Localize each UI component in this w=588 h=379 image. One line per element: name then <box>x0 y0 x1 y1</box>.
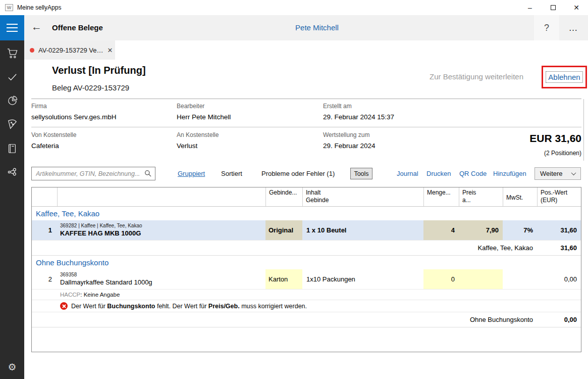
mwst-cell <box>503 269 537 289</box>
field-value: Cafeteria <box>31 142 76 150</box>
gear-icon: ⚙ <box>8 361 16 373</box>
print-link[interactable]: Drucken <box>426 170 451 177</box>
field-label: Firma <box>31 103 117 110</box>
column-preis[interactable]: Preis a... <box>459 187 503 206</box>
sidebar-item-catalog[interactable] <box>0 136 24 160</box>
hamburger-icon <box>7 24 18 25</box>
document-total: EUR 31,60 <box>529 132 581 145</box>
preis-cell[interactable]: 7,90 <box>459 220 503 240</box>
problems-filter[interactable]: Probleme oder Fehler (1) <box>261 170 335 177</box>
book-icon <box>7 143 18 154</box>
inhalt-cell: 1x10 Packungen <box>302 269 423 289</box>
field-label: Erstellt am <box>323 103 394 110</box>
positions-table: Gebinde... Inhalt Gebinde Menge... Preis… <box>31 187 581 352</box>
journal-link[interactable]: Journal <box>397 170 418 177</box>
error-icon <box>60 302 68 310</box>
table-row[interactable]: 2 369358 Dallmayrkaffee Standard 1000g K… <box>32 269 581 290</box>
haccp-row: HACCP: Keine Angabe <box>32 290 581 300</box>
article-meta: 369358 <box>60 272 265 277</box>
divider <box>31 127 581 127</box>
search-icon <box>144 170 152 177</box>
reject-button[interactable]: Ablehnen <box>546 71 582 83</box>
field-value: sellysolutions Serv.ges.mbH <box>31 113 117 121</box>
table-header-row: Gebinde... Inhalt Gebinde Menge... Preis… <box>32 187 581 207</box>
group-subtotal-row: Kaffee, Tee, Kakao 31,60 <box>32 241 581 256</box>
row-number: 1 <box>32 220 57 240</box>
subtotal-label: Kaffee, Tee, Kakao <box>32 241 537 255</box>
column-menge[interactable]: Menge... <box>423 187 459 206</box>
field-value: Verlust <box>177 142 219 150</box>
pie-chart-icon <box>7 95 18 107</box>
menge-cell[interactable]: 0 <box>423 269 459 289</box>
gebinde-cell[interactable]: Original <box>265 220 302 240</box>
grouped-toggle[interactable]: Gruppiert <box>178 170 205 177</box>
field-bearbeiter: Bearbeiter Herr Pete Mitchell <box>177 103 231 121</box>
subtotal-value: 31,60 <box>537 241 581 255</box>
forward-for-confirmation-button[interactable]: Zur Bestätigung weiterleiten <box>430 72 523 81</box>
inhalt-cell: 1 x 10 Beutel <box>302 220 423 240</box>
app-header: ← Offene Belege Pete Mitchell ? … <box>0 15 588 40</box>
column-inhalt-gebinde[interactable]: Inhalt Gebinde <box>302 187 423 206</box>
subtotal-label: Ohne Buchungskonto <box>32 312 537 327</box>
search-input[interactable] <box>32 167 155 180</box>
field-an-kostenstelle: An Kostenstelle Verlust <box>177 131 219 150</box>
field-value: 29. Februar 2024 15:37 <box>323 113 394 121</box>
gebinde-cell[interactable]: Karton <box>265 269 302 289</box>
cart-icon <box>7 48 18 59</box>
sidebar-item-network[interactable] <box>0 160 24 184</box>
annotation-highlight-box: Ablehnen <box>542 66 587 88</box>
checkmark-icon <box>7 71 18 83</box>
sidebar-item-reports[interactable] <box>0 89 24 113</box>
article-meta: 369282 | Kaffee | Kaffee, Tee, Kakao <box>60 223 265 228</box>
current-user-link[interactable]: Pete Mitchell <box>295 23 339 32</box>
divider <box>583 99 584 161</box>
article-name: Dallmayrkaffee Standard 1000g <box>60 278 265 286</box>
field-von-kostenstelle: Von Kostenstelle Cafeteria <box>31 131 76 150</box>
positions-count: (2 Positionen) <box>544 150 581 157</box>
window-title: Meine sellyApps <box>17 4 61 11</box>
column-pos-wert[interactable]: Pos.-Wert (EUR) <box>537 187 581 206</box>
menge-cell[interactable]: 4 <box>423 220 459 240</box>
preis-cell[interactable] <box>459 269 503 289</box>
hamburger-menu-button[interactable] <box>0 15 24 40</box>
tab-bar: AV-0229-153729 Ve… ✕ <box>24 40 588 60</box>
qr-code-link[interactable]: QR Code <box>459 170 487 177</box>
group-subtotal-row: Ohne Buchungskonto 0,00 <box>32 312 581 327</box>
article-cell: 369282 | Kaffee | Kaffee, Tee, Kakao KAF… <box>57 220 265 240</box>
help-button[interactable]: ? <box>534 15 559 40</box>
divider <box>31 99 581 99</box>
tab-close-icon[interactable]: ✕ <box>107 46 113 54</box>
more-dropdown[interactable]: Weitere <box>534 167 581 180</box>
group-header: Kaffee, Tee, Kakao <box>32 207 581 220</box>
maximize-button[interactable] <box>542 0 565 15</box>
sidebar-item-settings[interactable]: ⚙ <box>0 356 24 378</box>
table-row[interactable]: 1 369282 | Kaffee | Kaffee, Tee, Kakao K… <box>32 220 581 241</box>
app-icon: W <box>5 4 13 11</box>
column-gebinde[interactable]: Gebinde... <box>265 187 302 206</box>
sidebar-item-approvals[interactable] <box>0 65 24 89</box>
pizza-slice-icon <box>7 119 18 130</box>
sorted-toggle[interactable]: Sortiert <box>221 170 242 177</box>
field-label: Von Kostenstelle <box>31 131 76 138</box>
field-wertstellung: Wertstellung zum 29. Februar 2024 <box>323 131 376 150</box>
sidebar: ⚙ <box>0 40 24 379</box>
sidebar-item-food[interactable] <box>0 113 24 136</box>
field-label: Wertstellung zum <box>323 131 376 138</box>
document-tab[interactable]: AV-0229-153729 Ve… ✕ <box>24 40 115 60</box>
more-options-button[interactable]: … <box>559 15 588 40</box>
error-message: Der Wert für Buchungskonto fehlt. Der We… <box>71 303 307 310</box>
chevron-down-icon <box>571 170 576 175</box>
tools-button[interactable]: Tools <box>350 168 372 179</box>
pos-wert-cell: 0,00 <box>537 269 581 289</box>
add-link[interactable]: Hinzufügen <box>493 170 526 177</box>
field-label: An Kostenstelle <box>177 131 219 138</box>
back-button[interactable]: ← <box>31 21 42 33</box>
page-title: Offene Belege <box>52 23 103 32</box>
unsaved-dot-icon <box>30 48 34 53</box>
sidebar-item-orders[interactable] <box>0 41 24 65</box>
article-name: KAFFEE HAG MKB 1000G <box>60 229 265 237</box>
column-mwst[interactable]: MwSt. <box>503 187 537 206</box>
more-dropdown-label: Weitere <box>540 170 563 177</box>
minimize-button[interactable]: – <box>518 0 542 15</box>
close-button[interactable]: ✕ <box>565 0 588 15</box>
